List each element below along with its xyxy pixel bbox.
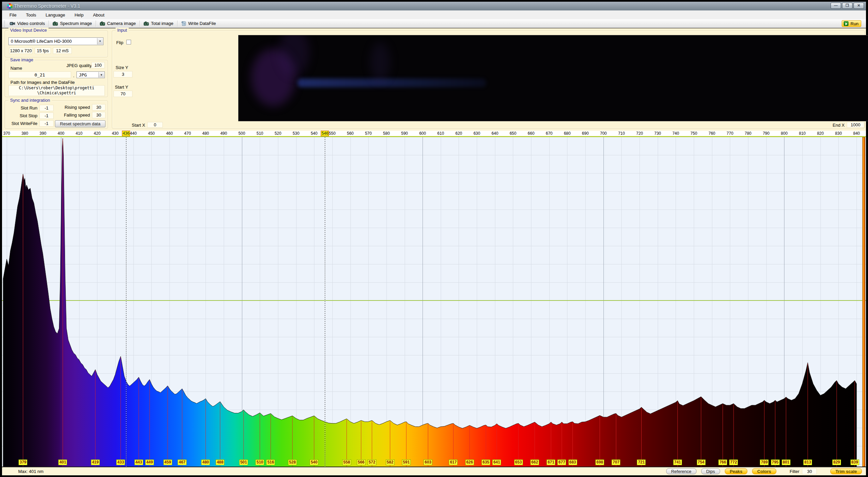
peak-label-677[interactable]: 677 [557, 459, 566, 465]
toolbar-camera-image-button[interactable]: Camera image [97, 20, 138, 27]
peak-label-591[interactable]: 591 [402, 459, 411, 465]
peak-label-721[interactable]: 721 [637, 459, 646, 465]
run-button[interactable]: Run [842, 20, 861, 27]
toolbar-write-datafile-button[interactable]: Write DataFile [179, 20, 219, 27]
marker-line-546[interactable] [325, 137, 325, 467]
menu-item-about[interactable]: About [89, 11, 108, 19]
dips-button[interactable]: Dips [701, 468, 720, 474]
camera-icon [53, 21, 58, 26]
axis-tick-480: 480 [202, 131, 209, 136]
peak-label-603[interactable]: 603 [424, 459, 432, 465]
peak-label-449[interactable]: 449 [145, 459, 154, 465]
reference-button[interactable]: Reference [666, 468, 696, 474]
slot-value[interactable]: -1 [39, 113, 54, 119]
peak-label-572[interactable]: 572 [368, 459, 376, 465]
menu-item-language[interactable]: Language [41, 11, 69, 19]
peak-label-789[interactable]: 789 [760, 459, 769, 465]
chevron-down-icon[interactable]: ▼ [98, 72, 104, 77]
scale-slider[interactable] [862, 137, 865, 467]
peak-label-683[interactable]: 683 [568, 459, 577, 465]
maximize-button[interactable]: ❐ [842, 3, 852, 9]
slot-value[interactable]: -1 [39, 120, 54, 127]
reset-spectrum-button[interactable]: Reset spectrum data [55, 120, 105, 127]
minimize-button[interactable]: — [831, 3, 841, 9]
peak-label-558[interactable]: 558 [342, 459, 351, 465]
size-y-value[interactable]: 3 [114, 71, 132, 77]
peak-label-443[interactable]: 443 [134, 459, 143, 465]
peak-label-459[interactable]: 459 [163, 459, 172, 465]
peak-label-540[interactable]: 540 [310, 459, 318, 465]
speed-value[interactable]: 30 [92, 104, 105, 110]
filter-value[interactable]: 30 [802, 468, 817, 474]
peak-label-662[interactable]: 662 [530, 459, 539, 465]
peak-label-566[interactable]: 566 [357, 459, 366, 465]
peak-label-813[interactable]: 813 [803, 459, 812, 465]
toolbar-video-controls-button[interactable]: Video controls [7, 20, 48, 27]
toolbar-spectrum-image-button[interactable]: Spectrum image [50, 20, 95, 27]
camera-icon [100, 21, 105, 26]
spectrum-chart[interactable]: 3794014194334434494594674804885015105165… [2, 137, 866, 467]
menu-item-help[interactable]: Help [70, 11, 88, 19]
close-button[interactable]: ✕ [854, 3, 864, 9]
path-value[interactable]: C:\Users\rober\Desktop\progetti \Chimica… [8, 85, 105, 96]
marker-line-436[interactable] [126, 137, 126, 467]
peak-label-626[interactable]: 626 [465, 459, 474, 465]
peak-label-795[interactable]: 795 [771, 459, 780, 465]
peak-label-653[interactable]: 653 [514, 459, 523, 465]
menu-item-file[interactable]: File [5, 11, 21, 19]
peak-label-501[interactable]: 501 [239, 459, 248, 465]
peak-label-741[interactable]: 741 [673, 459, 682, 465]
peak-label-635[interactable]: 635 [482, 459, 490, 465]
window-title: Theremino Spectrometer - V3.1 [14, 3, 80, 9]
flip-checkbox[interactable] [126, 40, 131, 44]
video-device-select[interactable]: 0 Microsoft® LifeCam HD-3000 ▼ [8, 37, 103, 45]
peak-label-829[interactable]: 829 [832, 459, 841, 465]
peak-label-433[interactable]: 433 [116, 459, 125, 465]
slot-value[interactable]: -1 [39, 105, 54, 111]
trim-scale-button[interactable]: Trim scale [830, 468, 862, 474]
axis-highlight-546[interactable]: 546 [321, 131, 329, 136]
end-x-value[interactable]: 1000 [847, 122, 864, 128]
axis-tick-840: 840 [853, 131, 860, 136]
peak-label-801[interactable]: 801 [782, 459, 790, 465]
peak-label-707[interactable]: 707 [612, 459, 620, 465]
start-x-value[interactable]: 0 [147, 122, 163, 128]
peak-label-467[interactable]: 467 [178, 459, 186, 465]
file-format-select[interactable]: JPG ▼ [76, 71, 105, 78]
chevron-down-icon[interactable]: ▼ [97, 38, 103, 44]
axis-highlight-436[interactable]: 436 [122, 131, 130, 136]
colors-button[interactable]: Colors [752, 468, 776, 474]
peak-label-766[interactable]: 766 [718, 459, 727, 465]
axis-tick-500: 500 [239, 131, 245, 136]
toolbar-total-image-button[interactable]: Total image [141, 20, 176, 27]
axis-tick-750: 750 [690, 131, 697, 136]
peak-label-754[interactable]: 754 [697, 459, 706, 465]
camera-image[interactable] [238, 35, 868, 121]
toolbar-grip[interactable] [4, 21, 5, 27]
start-y-label: Start Y [115, 85, 128, 90]
start-y-value[interactable]: 70 [114, 91, 132, 97]
peak-label-488[interactable]: 488 [216, 459, 224, 465]
peaks-button[interactable]: Peaks [725, 468, 748, 474]
jpeg-quality-value[interactable]: 100 [91, 62, 105, 68]
peak-label-480[interactable]: 480 [201, 459, 210, 465]
peak-label-671[interactable]: 671 [547, 459, 555, 465]
peak-label-839[interactable]: 839 [850, 459, 859, 465]
peak-label-772[interactable]: 772 [729, 459, 738, 465]
peak-label-510[interactable]: 510 [255, 459, 264, 465]
peak-label-582[interactable]: 582 [386, 459, 395, 465]
video-input-title: Video Input Device [8, 28, 49, 33]
menu-item-tools[interactable]: Tools [22, 11, 40, 19]
peak-label-698[interactable]: 698 [595, 459, 604, 465]
peak-label-516[interactable]: 516 [266, 459, 275, 465]
camera-faint-glow [370, 42, 390, 83]
toolbar-separator [49, 21, 49, 27]
file-name-input[interactable]: 0_21 [8, 71, 71, 78]
peak-label-617[interactable]: 617 [449, 459, 458, 465]
peak-label-641[interactable]: 641 [492, 459, 501, 465]
peak-label-419[interactable]: 419 [91, 459, 100, 465]
speed-value[interactable]: 30 [92, 112, 105, 118]
peak-label-401[interactable]: 401 [58, 459, 67, 465]
peak-label-528[interactable]: 528 [288, 459, 297, 465]
peak-label-379[interactable]: 379 [19, 459, 27, 465]
